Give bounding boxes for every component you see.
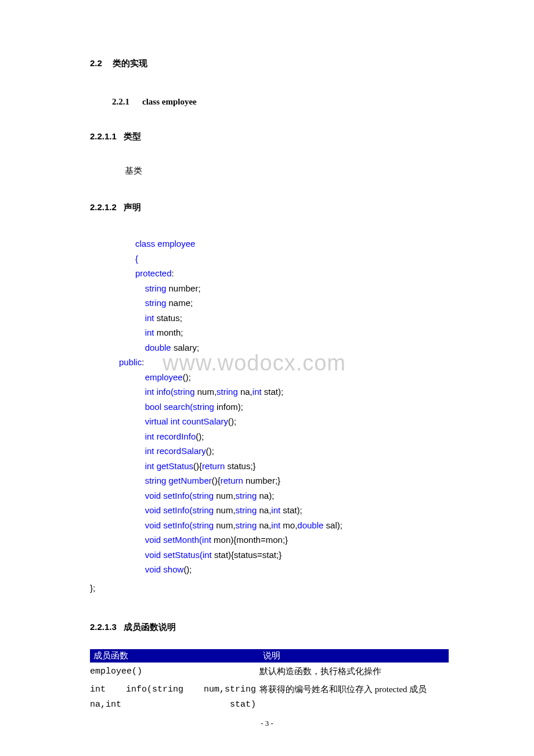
heading-3: 2.2.1class employee	[112, 97, 453, 107]
code-text: void	[135, 520, 161, 530]
code-text: string	[236, 505, 257, 515]
page-number: - 3 -	[0, 719, 534, 728]
code-text: virtual int	[135, 416, 180, 426]
code-text: (int	[200, 550, 212, 560]
code-text: sal);	[323, 520, 342, 530]
h4a-number: 2.2.1.1	[90, 131, 117, 141]
code-text: double	[135, 343, 171, 352]
heading-4-type: 2.2.1.1类型	[90, 131, 453, 142]
type-text: 基类	[125, 165, 453, 177]
member-function-table: 成员函数 说明 employee() 默认构造函数，执行格式化操作 int in…	[90, 649, 449, 714]
code-text: (string	[189, 520, 214, 530]
code-text: string	[236, 491, 257, 501]
code-declaration: class employee { protected: string numbe…	[135, 236, 453, 577]
code-text: int	[271, 505, 280, 515]
code-text: mon){month=mon;}	[211, 535, 288, 545]
table-header-row: 成员函数 说明	[90, 649, 449, 663]
code-text: void	[135, 505, 161, 515]
heading-4-members: 2.2.1.3成员函数说明	[90, 622, 453, 633]
code-text: show	[161, 564, 183, 574]
h2-title: 类的实现	[113, 58, 147, 68]
code-text: info	[154, 387, 171, 397]
code-text: status;	[154, 313, 182, 323]
code-text: return	[202, 461, 225, 471]
code-text: na);	[257, 491, 274, 501]
code-text: recordInfo	[154, 431, 196, 441]
code-text: ();	[196, 431, 204, 441]
code-text: na,	[238, 387, 252, 397]
code-text: (int	[199, 535, 211, 545]
td-description: 默认构造函数，执行格式化操作	[259, 663, 449, 681]
code-text: ();	[183, 564, 192, 574]
code-text: void	[135, 550, 161, 560]
code-text: num,	[214, 520, 236, 530]
code-text: number;}	[243, 476, 280, 485]
code-text: number;	[166, 283, 200, 293]
code-text: string	[135, 476, 166, 485]
code-text: int	[135, 327, 154, 337]
code-text: ();	[206, 446, 214, 456]
code-text: (){	[212, 476, 221, 485]
code-text: int	[135, 446, 154, 456]
code-text: na,	[257, 505, 271, 515]
code-text: int	[271, 520, 280, 530]
code-text: {	[135, 254, 138, 264]
code-text: name;	[166, 298, 193, 308]
th-description: 说明	[259, 649, 449, 663]
code-text: int	[252, 387, 262, 397]
code-text: employee	[135, 372, 183, 382]
h4a-title: 类型	[124, 131, 141, 141]
code-text: string	[236, 520, 257, 530]
code-text: num,	[214, 505, 236, 515]
code-text: setMonth	[161, 535, 199, 545]
td-function: int info(string num,string na,int stat)	[90, 681, 259, 714]
code-text: recordSalary	[154, 446, 206, 456]
code-text: class employee	[135, 239, 195, 249]
code-text: setInfo	[161, 491, 189, 501]
code-text: (string	[189, 505, 214, 515]
code-text: return	[221, 476, 243, 485]
h3-title: class employee	[142, 97, 197, 106]
code-text: public	[119, 357, 142, 367]
h4b-number: 2.2.1.2	[90, 202, 117, 212]
code-text: ();	[228, 416, 236, 426]
table-row: employee() 默认构造函数，执行格式化操作	[90, 663, 449, 681]
code-text: setInfo	[161, 520, 189, 530]
heading-2: 2.2类的实现	[90, 58, 453, 69]
code-text: (string	[171, 387, 195, 397]
code-text: setInfo	[161, 505, 189, 515]
code-text: mo,	[280, 520, 297, 530]
code-text: void	[135, 535, 161, 545]
code-text: month;	[154, 327, 183, 337]
code-text: countSalary	[180, 416, 228, 426]
code-text: protected	[135, 268, 172, 278]
code-text: void	[135, 564, 161, 574]
code-text: stat);	[280, 505, 302, 515]
heading-4-decl: 2.2.1.2声明	[90, 202, 453, 213]
code-text: stat);	[262, 387, 284, 397]
h4c-title: 成员函数说明	[124, 622, 176, 632]
code-close: };	[90, 583, 453, 593]
code-text: stat){status=stat;}	[212, 550, 282, 560]
code-text: salary;	[171, 343, 199, 352]
code-text: getNumber	[166, 476, 211, 485]
table-row: int info(string num,string na,int stat) …	[90, 681, 449, 714]
code-text: num,	[195, 387, 217, 397]
code-text: bool	[135, 402, 161, 412]
code-text: infom);	[214, 402, 243, 412]
code-text: (string	[189, 491, 214, 501]
code-text: getStatus	[154, 461, 194, 471]
h2-number: 2.2	[90, 58, 102, 68]
code-text: void	[135, 491, 161, 501]
code-text: ();	[183, 372, 191, 382]
code-text: string	[217, 387, 238, 397]
td-description: 将获得的编号姓名和职位存入 protected 成员	[259, 681, 449, 714]
code-text: int	[135, 387, 154, 397]
code-text: string	[135, 283, 166, 293]
h3-number: 2.2.1	[112, 97, 129, 107]
code-text: (){	[193, 461, 202, 471]
code-text: :	[142, 357, 144, 367]
code-text: double	[297, 520, 323, 530]
code-text: na,	[257, 520, 271, 530]
code-text: status;}	[225, 461, 255, 471]
